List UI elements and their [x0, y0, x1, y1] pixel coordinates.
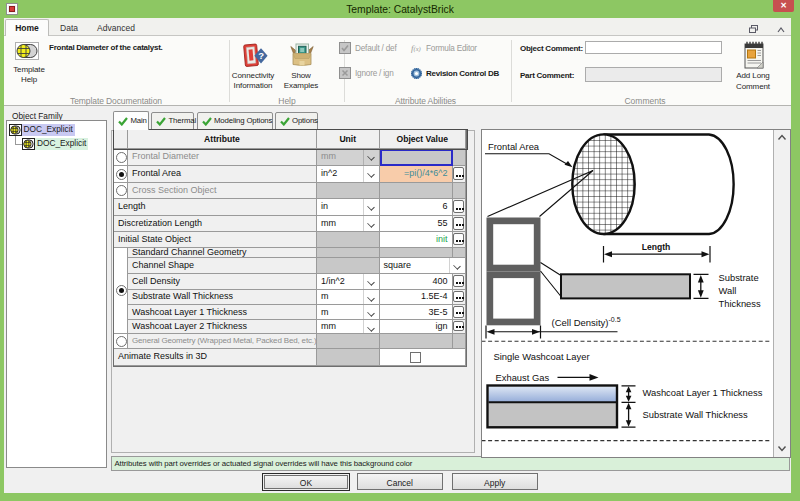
svg-text:Substrate Wall Thickness: Substrate Wall Thickness: [643, 409, 749, 420]
svg-text:?: ?: [258, 50, 264, 61]
svg-text:Exhaust Gas: Exhaust Gas: [496, 372, 550, 383]
svg-text:Single Washcoat Layer: Single Washcoat Layer: [494, 351, 590, 362]
svg-text:Washcoat Layer 1 Thickness: Washcoat Layer 1 Thickness: [643, 387, 763, 398]
svg-text:Thickness: Thickness: [719, 298, 762, 309]
svg-text:Substrate: Substrate: [719, 272, 759, 283]
svg-text:(Cell Density)-0.5: (Cell Density)-0.5: [552, 316, 621, 328]
svg-text:Wall: Wall: [719, 285, 737, 296]
svg-text:Length: Length: [642, 242, 671, 252]
svg-text:Frontal Area: Frontal Area: [488, 141, 540, 152]
